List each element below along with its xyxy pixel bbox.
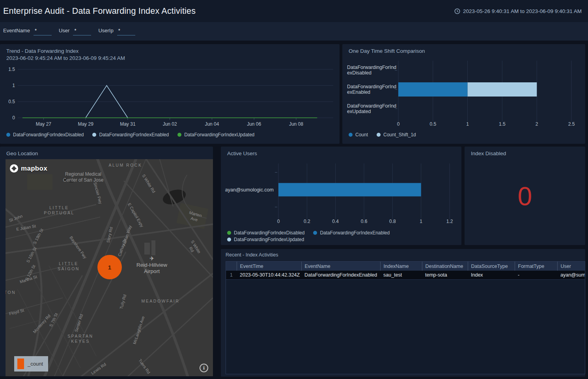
- svg-text:0: 0: [12, 115, 15, 121]
- mapbox-logo[interactable]: mapbox: [9, 164, 47, 173]
- map-label: St John: [8, 214, 23, 223]
- column-header-eventtime[interactable]: EventTime: [237, 262, 301, 271]
- map-cluster-marker[interactable]: 1: [97, 255, 122, 279]
- time-range-control[interactable]: 2023-05-26 9:40:31 AM to 2023-06-09 9:40…: [454, 8, 582, 14]
- legend-item[interactable]: DataForwardingForIndexDisabled: [6, 132, 84, 137]
- filter-user: User *: [59, 28, 91, 35]
- svg-text:0.5: 0.5: [429, 121, 436, 127]
- eventname-filter-input[interactable]: *: [34, 28, 52, 35]
- count-swatch: [17, 359, 24, 369]
- oneday-comparison-panel: One Day Time Shift Comparison 00.511.522…: [342, 44, 585, 144]
- filter-label: User: [59, 28, 69, 33]
- legend-item[interactable]: Count: [349, 132, 368, 137]
- legend-label: DataForwardingForIndexEnabled: [320, 230, 390, 236]
- table-cell: temp-sota: [422, 271, 468, 279]
- info-icon[interactable]: i: [200, 364, 208, 372]
- svg-text:Jun 04: Jun 04: [205, 121, 219, 127]
- dashboard-header: Enterprise Audit - Data Forwarding Index…: [0, 0, 588, 22]
- category-label: DataForwardingForIndexEnabled: [347, 84, 397, 95]
- table-cell: ayan@sumologic.com: [557, 271, 585, 279]
- legend-swatch: [177, 133, 181, 137]
- map-label: Tully Rd: [119, 294, 127, 310]
- svg-text:Jun 06: Jun 06: [247, 121, 261, 127]
- userip-filter-input[interactable]: *: [117, 28, 135, 35]
- table-cell: Index: [468, 271, 515, 279]
- recent-activities-table-container: EventTimeEventNameIndexNameDestinationNa…: [226, 261, 585, 374]
- recent-activities-panel: Recent - Index Activities EventTimeEvent…: [221, 249, 585, 377]
- legend-item[interactable]: DataForwardingForIndexEnabled: [313, 230, 390, 236]
- column-header-formattype[interactable]: FormatType: [515, 262, 557, 271]
- svg-text:1: 1: [466, 121, 469, 127]
- legend-item[interactable]: DataForwardingForIndexDisabled: [227, 230, 304, 236]
- index-disabled-value: 0: [465, 181, 585, 211]
- column-header-eventname[interactable]: EventName: [301, 262, 380, 271]
- map-label: Story Rd: [105, 227, 114, 243]
- table-cell: sau_test: [380, 271, 422, 279]
- clock-icon: [454, 8, 460, 14]
- map-label: MEADOWFAIR: [142, 299, 180, 304]
- panel-title: Recent - Index Activities: [226, 252, 278, 258]
- map-label: Marten Ave: [185, 209, 205, 224]
- map-label: Adrian Way: [121, 225, 133, 246]
- table-row[interactable]: 12023-05-30T10:44:42.324ZDataForwardingF…: [226, 271, 585, 279]
- filter-bar: EventName * User * UserIp *: [0, 22, 588, 41]
- svg-text:1.5: 1.5: [499, 121, 506, 127]
- legend-swatch: [377, 133, 381, 137]
- map-label: Sinclair Fwy: [92, 182, 103, 204]
- legend-swatch: [92, 133, 96, 137]
- svg-text:0: 0: [397, 121, 400, 127]
- map-label: S 19th St: [32, 228, 45, 245]
- index-disabled-panel: Index Disabled 0: [465, 147, 585, 245]
- map-label: Floyd St: [9, 308, 25, 317]
- legend-item[interactable]: DataForwardingForIndexUpdated: [177, 132, 254, 137]
- trend-legend: DataForwardingForIndexDisabledDataForwar…: [6, 132, 254, 137]
- svg-text:May 29: May 29: [78, 121, 93, 127]
- mapbox-logo-text: mapbox: [21, 165, 47, 173]
- legend-label: DataForwardingForIndexUpdated: [184, 132, 254, 137]
- active-users-legend: DataForwardingForIndexDisabledDataForwar…: [227, 230, 457, 242]
- svg-text:0.5: 0.5: [8, 99, 15, 104]
- legend-item[interactable]: DataForwardingForIndexUpdated: [227, 237, 304, 242]
- map-label: McLaughlin Ave: [132, 316, 146, 345]
- legend-item[interactable]: DataForwardingForIndexEnabled: [92, 132, 169, 137]
- count-label: _count: [28, 361, 43, 367]
- svg-text:1: 1: [420, 219, 422, 224]
- geo-location-panel: Geo Location: [0, 147, 213, 376]
- active-users-panel: Active Users 00.20.40.60.811.2 ayan@sumo…: [221, 147, 461, 245]
- legend-swatch: [349, 133, 353, 137]
- svg-text:0: 0: [277, 219, 280, 224]
- row-number-header: [226, 262, 237, 271]
- legend-swatch: [227, 238, 231, 242]
- svg-text:Jun 08: Jun 08: [289, 121, 303, 127]
- svg-text:0.4: 0.4: [332, 219, 339, 224]
- legend-swatch: [313, 231, 317, 235]
- user-filter-input[interactable]: *: [73, 28, 91, 35]
- map-canvas[interactable]: ALUM ROCKRegional Medical Center of San …: [6, 159, 213, 376]
- column-header-datasourcetype[interactable]: DataSourceType: [468, 262, 515, 271]
- trend-panel: Trend - Data Forwarding Index 2023-06-02…: [0, 44, 340, 144]
- column-header-user[interactable]: User: [557, 262, 585, 271]
- airplane-icon: ✈: [136, 255, 167, 262]
- map-label: LITTLE SAIGON: [58, 261, 80, 271]
- legend-label: DataForwardingForIndexUpdated: [234, 237, 304, 242]
- legend-swatch: [227, 231, 231, 235]
- map-label: SPARTAN KEYES: [67, 334, 93, 344]
- svg-text:Jun 02: Jun 02: [163, 121, 177, 127]
- svg-text:1.2: 1.2: [446, 219, 453, 224]
- column-header-indexname[interactable]: IndexName: [380, 262, 422, 271]
- column-header-destinationname[interactable]: DestinationName: [422, 262, 468, 271]
- legend-swatch: [6, 133, 10, 137]
- legend-item[interactable]: Count_Shift_1d: [377, 132, 416, 137]
- marker-count: 1: [108, 264, 111, 271]
- map-label: E Julian St: [16, 223, 36, 232]
- map-label: Senter Rd: [74, 314, 84, 333]
- svg-text:2.5: 2.5: [568, 121, 575, 127]
- filter-eventname: EventName *: [3, 28, 52, 35]
- map-label: ✈Reid-Hillview Airport: [136, 255, 167, 275]
- svg-text:0.6: 0.6: [361, 219, 368, 224]
- table-header-row: EventTimeEventNameIndexNameDestinationNa…: [226, 262, 585, 271]
- filter-userip: UserIp *: [98, 28, 135, 35]
- oneday-legend: CountCount_Shift_1d: [349, 132, 416, 137]
- map-label: LITTLE PORTUGAL: [44, 205, 75, 216]
- legend-label: Count: [355, 132, 368, 137]
